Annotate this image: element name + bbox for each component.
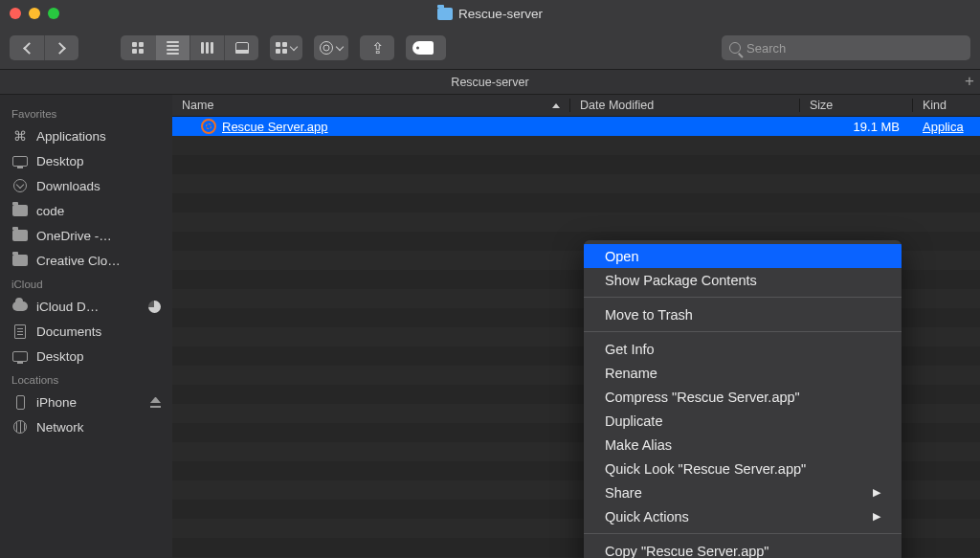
sidebar-item-label: Desktop — [36, 154, 161, 168]
menu-separator — [584, 297, 902, 298]
context-menu-label: Show Package Contents — [605, 273, 757, 288]
sidebar-item[interactable]: Desktop — [0, 148, 172, 173]
folder-icon — [11, 230, 29, 241]
context-menu-label: Quick Look "Rescue Server.app" — [605, 461, 806, 477]
sidebar-item[interactable]: iPhone — [0, 390, 172, 414]
window-controls — [10, 8, 59, 19]
folder-icon — [11, 205, 29, 216]
sidebar-item-label: Desktop — [36, 349, 161, 364]
search-field[interactable] — [722, 35, 970, 60]
folder-icon — [11, 255, 29, 266]
window-title-text: Rescue-server — [458, 7, 543, 21]
column-header-kind[interactable]: Kind — [913, 99, 980, 112]
gallery-icon — [235, 42, 249, 54]
downloads-icon — [11, 179, 29, 192]
app-icon — [201, 119, 216, 134]
sidebar-heading: Favorites — [0, 102, 172, 123]
context-menu-item[interactable]: Get Info — [584, 337, 902, 361]
sidebar-item[interactable]: code — [0, 198, 172, 223]
context-menu-item[interactable]: Quick Actions▶ — [584, 504, 902, 528]
list-icon — [167, 41, 179, 55]
window-title: Rescue-server — [0, 7, 980, 21]
context-menu-item[interactable]: Move to Trash — [584, 302, 902, 326]
sidebar-item[interactable]: Desktop — [0, 344, 172, 368]
submenu-arrow-icon: ▶ — [873, 486, 880, 499]
context-menu-label: Duplicate — [605, 413, 662, 429]
context-menu-label: Copy "Rescue Server.app" — [605, 544, 769, 559]
view-columns-button[interactable] — [189, 35, 224, 60]
action-button[interactable] — [314, 35, 348, 60]
grid-icon — [276, 42, 287, 54]
sidebar-item[interactable]: iCloud D… — [0, 294, 172, 319]
document-icon — [11, 324, 29, 339]
cloud-icon — [11, 301, 29, 311]
menu-separator — [584, 331, 902, 332]
back-button[interactable] — [10, 35, 44, 60]
column-header-name[interactable]: Name — [172, 99, 570, 112]
chevron-left-icon — [23, 42, 35, 55]
sidebar-item-label: Creative Clo… — [36, 254, 161, 268]
columns-icon — [201, 42, 213, 54]
sidebar-item[interactable]: Downloads — [0, 173, 172, 198]
context-menu-item[interactable]: Share▶ — [584, 480, 902, 504]
forward-button[interactable] — [44, 35, 78, 60]
context-menu-item[interactable]: Show Package Contents — [584, 268, 902, 292]
tab-label[interactable]: Rescue-server — [451, 76, 528, 89]
submenu-arrow-icon: ▶ — [873, 510, 880, 523]
sidebar-item[interactable]: Network — [0, 414, 172, 439]
new-tab-button[interactable]: + — [965, 72, 974, 91]
gear-icon — [320, 41, 333, 55]
context-menu-label: Rename — [605, 366, 657, 381]
close-window-button[interactable] — [10, 8, 21, 19]
share-button[interactable]: ⇪ — [360, 35, 394, 60]
sidebar-item-label: iCloud D… — [36, 300, 141, 314]
context-menu-item[interactable]: Quick Look "Rescue Server.app" — [584, 457, 902, 480]
context-menu-label: Open — [605, 249, 638, 264]
column-header-date[interactable]: Date Modified — [570, 99, 800, 112]
chevron-down-icon — [290, 43, 298, 51]
sidebar-item[interactable]: OneDrive -… — [0, 223, 172, 248]
sidebar-heading: iCloud — [0, 273, 172, 294]
context-menu-item[interactable]: Compress "Rescue Server.app" — [584, 385, 902, 409]
context-menu-label: Quick Actions — [605, 509, 689, 525]
eject-icon[interactable] — [150, 397, 161, 408]
sidebar-item-label: OneDrive -… — [36, 229, 161, 243]
minimize-window-button[interactable] — [29, 8, 40, 19]
view-gallery-button[interactable] — [224, 35, 258, 60]
storage-pie-icon — [148, 301, 161, 313]
context-menu-item[interactable]: Rename — [584, 361, 902, 385]
sidebar-item[interactable]: Creative Clo… — [0, 248, 172, 273]
file-size-cell: 19.1 MB — [800, 120, 913, 134]
sidebar-item-label: Downloads — [36, 179, 161, 193]
context-menu-label: Compress "Rescue Server.app" — [605, 390, 800, 405]
context-menu-item[interactable]: Make Alias — [584, 433, 902, 457]
sidebar-item[interactable]: ⌘Applications — [0, 123, 172, 148]
file-name-cell: Rescue Server.app — [172, 119, 570, 134]
sidebar-item-label: iPhone — [36, 395, 143, 410]
context-menu-item[interactable]: Open — [584, 244, 902, 268]
file-kind-cell: Applica — [913, 120, 980, 134]
view-icons-button[interactable] — [121, 35, 155, 60]
sort-ascending-icon — [552, 103, 560, 108]
desktop-icon — [11, 156, 29, 167]
view-list-button[interactable] — [155, 35, 189, 60]
context-menu-item[interactable]: Copy "Rescue Server.app" — [584, 539, 902, 558]
search-input[interactable] — [746, 41, 963, 56]
table-row[interactable]: Rescue Server.app 19.1 MB Applica — [172, 117, 980, 136]
tab-bar: Rescue-server + — [0, 70, 980, 95]
phone-icon — [11, 395, 29, 410]
desktop-icon — [11, 351, 29, 362]
context-menu: OpenShow Package ContentsMove to TrashGe… — [584, 240, 902, 558]
sidebar-item[interactable]: Documents — [0, 319, 172, 344]
titlebar: Rescue-server — [0, 0, 980, 27]
tags-button[interactable] — [406, 35, 446, 60]
sidebar-heading: Locations — [0, 368, 172, 390]
search-icon — [729, 42, 741, 54]
zoom-window-button[interactable] — [48, 8, 59, 19]
context-menu-item[interactable]: Duplicate — [584, 409, 902, 433]
grid-icon — [132, 42, 144, 54]
column-header-size[interactable]: Size — [800, 99, 913, 112]
toolbar: ⇪ — [0, 27, 980, 70]
group-by-button[interactable] — [270, 35, 302, 60]
applications-icon: ⌘ — [11, 128, 29, 144]
